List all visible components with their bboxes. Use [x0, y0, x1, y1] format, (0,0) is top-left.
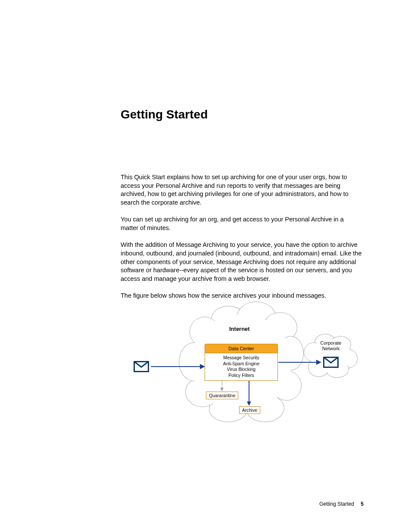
security-line-4: Policy Filters — [205, 373, 277, 379]
intro-paragraph-3: With the addition of Message Archiving t… — [121, 241, 362, 283]
corporate-network-label: Corporate Network — [314, 340, 348, 352]
page-footer: Getting Started 5 — [319, 501, 364, 507]
arrow-to-archive — [249, 381, 249, 402]
corporate-label-l1: Corporate — [321, 340, 342, 345]
architecture-figure: Internet Data Center Message Security An… — [134, 302, 364, 426]
internet-label: Internet — [229, 326, 250, 332]
page-heading: Getting Started — [121, 108, 362, 121]
content-column: Getting Started This Quick Start explain… — [121, 108, 362, 309]
mail-icon-right — [323, 357, 339, 368]
corporate-label-l2: Network — [322, 346, 339, 351]
intro-paragraph-2: You can set up archiving for an org, and… — [121, 215, 362, 232]
data-center-box: Data Center — [205, 344, 278, 353]
archive-box: Archive — [239, 406, 260, 414]
mail-icon-left — [134, 361, 149, 372]
intro-paragraph-4: The figure below shows how the service a… — [121, 292, 362, 300]
security-line-1: Message Security — [205, 355, 277, 361]
arrow-outbound — [278, 362, 317, 363]
arrow-to-archive-head — [247, 401, 251, 406]
arrow-to-quarantine-head — [220, 388, 224, 391]
security-line-2: Anti-Spam Engine — [205, 361, 277, 367]
security-line-3: Virus Blocking — [205, 367, 277, 373]
quarantine-box: Quararantine — [206, 392, 238, 399]
arrow-inbound — [151, 366, 201, 367]
footer-section-title: Getting Started — [319, 501, 354, 507]
message-security-box: Message Security Anti-Spam Engine Virus … — [205, 353, 278, 381]
arrow-inbound-head — [200, 364, 205, 369]
arrow-outbound-head — [316, 360, 321, 365]
intro-paragraph-1: This Quick Start explains how to set up … — [121, 173, 362, 207]
footer-page-number: 5 — [361, 501, 364, 507]
page-root: Getting Started This Quick Start explain… — [0, 0, 411, 532]
